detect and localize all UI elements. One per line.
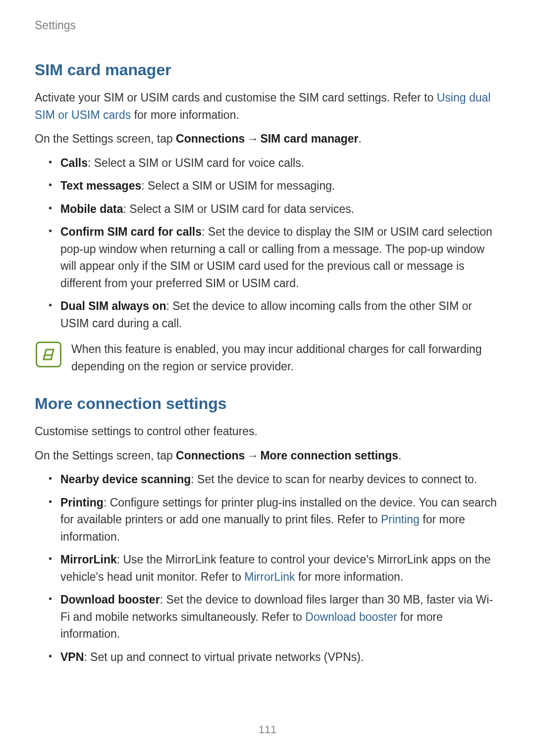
bullet-list: Nearby device scanning: Set the device t… <box>35 471 500 665</box>
text: On the Settings screen, tap <box>35 132 176 145</box>
link-download-booster[interactable]: Download booster <box>305 610 397 623</box>
section-heading-sim-card-manager: SIM card manager <box>35 61 500 79</box>
item-text: for more information. <box>295 570 404 583</box>
item-label: Confirm SIM card for calls <box>60 225 202 238</box>
text: for more information. <box>131 108 239 121</box>
path-step: More connection settings <box>260 449 398 462</box>
item-text: : Select a SIM or USIM card for voice ca… <box>88 156 304 169</box>
item-text: : Select a SIM or USIM for messaging. <box>141 179 335 192</box>
text: . <box>398 449 401 462</box>
note-icon <box>36 342 61 367</box>
page-number: 111 <box>0 723 535 736</box>
item-label: Mobile data <box>60 202 123 215</box>
intro-paragraph: Activate your SIM or USIM cards and cust… <box>35 89 500 123</box>
item-label: Printing <box>60 496 104 509</box>
list-item: Nearby device scanning: Set the device t… <box>35 471 500 488</box>
path-step: SIM card manager <box>260 132 358 145</box>
list-item: MirrorLink: Use the MirrorLink feature t… <box>35 551 500 585</box>
link-printing[interactable]: Printing <box>381 513 420 526</box>
text: Activate your SIM or USIM cards and cust… <box>35 91 437 104</box>
breadcrumb-label: Settings <box>35 19 500 32</box>
text: . <box>359 132 362 145</box>
item-text: : Set up and connect to virtual private … <box>84 651 364 663</box>
nav-instruction: On the Settings screen, tap Connections … <box>35 447 500 464</box>
list-item: Printing: Configure settings for printer… <box>35 494 500 546</box>
page: Settings SIM card manager Activate your … <box>0 0 535 756</box>
section-heading-more-connection: More connection settings <box>35 395 500 413</box>
item-label: Text messages <box>60 179 141 192</box>
item-label: Calls <box>60 156 88 169</box>
item-text: : Select a SIM or USIM card for data ser… <box>123 202 355 215</box>
list-item: Calls: Select a SIM or USIM card for voi… <box>35 154 500 172</box>
note-callout: When this feature is enabled, you may in… <box>35 341 500 375</box>
link-mirrorlink[interactable]: MirrorLink <box>244 570 295 583</box>
list-item: Download booster: Set the device to down… <box>35 591 500 643</box>
list-item: Text messages: Select a SIM or USIM for … <box>35 177 500 195</box>
list-item: Dual SIM always on: Set the device to al… <box>35 298 500 332</box>
list-item: Confirm SIM card for calls: Set the devi… <box>35 223 500 292</box>
item-label: MirrorLink <box>60 553 117 566</box>
item-text: : Set the device to scan for nearby devi… <box>191 473 477 486</box>
list-item: VPN: Set up and connect to virtual priva… <box>35 649 500 666</box>
path-step: Connections <box>176 449 245 462</box>
item-label: VPN <box>60 651 84 663</box>
arrow-icon: → <box>245 130 260 148</box>
bullet-list: Calls: Select a SIM or USIM card for voi… <box>35 154 500 332</box>
item-label: Download booster <box>60 593 160 606</box>
text: On the Settings screen, tap <box>35 449 176 462</box>
list-item: Mobile data: Select a SIM or USIM card f… <box>35 201 500 218</box>
item-label: Dual SIM always on <box>60 300 166 312</box>
item-label: Nearby device scanning <box>60 473 191 486</box>
note-text: When this feature is enabled, you may in… <box>71 341 500 375</box>
arrow-icon: → <box>245 447 260 464</box>
intro-paragraph: Customise settings to control other feat… <box>35 423 500 440</box>
nav-instruction: On the Settings screen, tap Connections … <box>35 130 500 148</box>
path-step: Connections <box>176 132 245 145</box>
